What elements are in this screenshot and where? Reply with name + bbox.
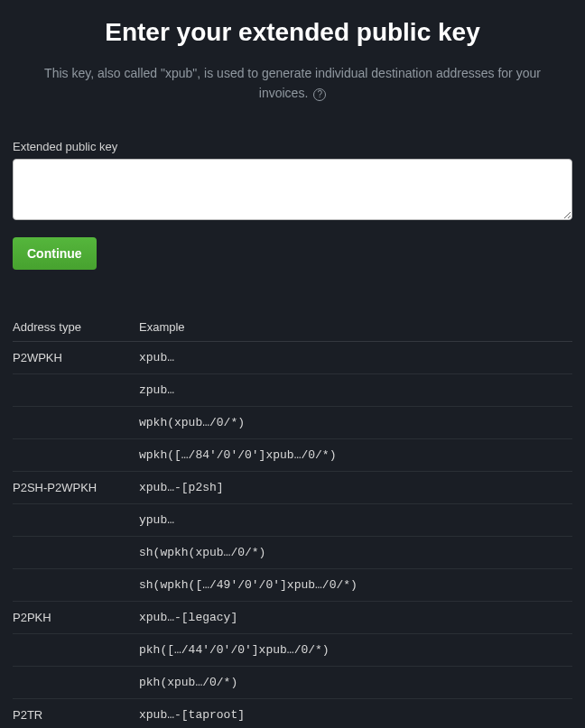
- continue-button[interactable]: Continue: [13, 237, 97, 270]
- type-cell: [13, 536, 139, 568]
- table-row: P2PKHxpub…-[legacy]: [13, 601, 572, 633]
- help-icon[interactable]: ?: [313, 88, 326, 101]
- type-cell: P2SH-P2WPKH: [13, 471, 139, 503]
- example-cell: sh(wpkh([…/49'/0'/0']xpub…/0/*): [139, 568, 572, 601]
- table-row: sh(wpkh(xpub…/0/*): [13, 536, 572, 568]
- table-row: wpkh(xpub…/0/*): [13, 406, 572, 438]
- table-row: sh(wpkh([…/49'/0'/0']xpub…/0/*): [13, 568, 572, 601]
- type-cell: P2TR: [13, 698, 139, 728]
- example-cell: sh(wpkh(xpub…/0/*): [139, 536, 572, 568]
- type-cell: [13, 438, 139, 471]
- examples-table-wrap: Address type Example P2WPKHxpub…zpub…wpk…: [13, 311, 572, 728]
- table-row: P2SH-P2WPKHxpub…-[p2sh]: [13, 471, 572, 503]
- table-row: P2TRxpub…-[taproot]: [13, 698, 572, 728]
- table-row: P2WPKHxpub…: [13, 341, 572, 373]
- example-cell: xpub…-[taproot]: [139, 698, 572, 728]
- table-row: ypub…: [13, 503, 572, 536]
- example-cell: pkh([…/44'/0'/0']xpub…/0/*): [139, 633, 572, 666]
- page-title: Enter your extended public key: [13, 18, 572, 47]
- type-cell: [13, 666, 139, 698]
- type-cell: [13, 373, 139, 406]
- example-cell: xpub…: [139, 341, 572, 373]
- col-header-example: Example: [139, 311, 572, 342]
- table-row: zpub…: [13, 373, 572, 406]
- examples-table: Address type Example P2WPKHxpub…zpub…wpk…: [13, 311, 572, 728]
- table-row: pkh([…/44'/0'/0']xpub…/0/*): [13, 633, 572, 666]
- col-header-type: Address type: [13, 311, 139, 342]
- example-cell: zpub…: [139, 373, 572, 406]
- type-cell: P2WPKH: [13, 341, 139, 373]
- table-row: wpkh([…/84'/0'/0']xpub…/0/*): [13, 438, 572, 471]
- example-cell: wpkh(xpub…/0/*): [139, 406, 572, 438]
- example-cell: ypub…: [139, 503, 572, 536]
- xpub-label: Extended public key: [13, 140, 572, 153]
- type-cell: P2PKH: [13, 601, 139, 633]
- xpub-field: Extended public key: [13, 140, 572, 223]
- type-cell: [13, 568, 139, 601]
- example-cell: xpub…-[legacy]: [139, 601, 572, 633]
- example-cell: xpub…-[p2sh]: [139, 471, 572, 503]
- type-cell: [13, 406, 139, 438]
- example-cell: pkh(xpub…/0/*): [139, 666, 572, 698]
- table-row: pkh(xpub…/0/*): [13, 666, 572, 698]
- subtitle-text: This key, also called "xpub", is used to…: [44, 66, 541, 100]
- example-cell: wpkh([…/84'/0'/0']xpub…/0/*): [139, 438, 572, 471]
- type-cell: [13, 633, 139, 666]
- type-cell: [13, 503, 139, 536]
- xpub-input[interactable]: [13, 159, 572, 220]
- page-subtitle: This key, also called "xpub", is used to…: [13, 63, 572, 104]
